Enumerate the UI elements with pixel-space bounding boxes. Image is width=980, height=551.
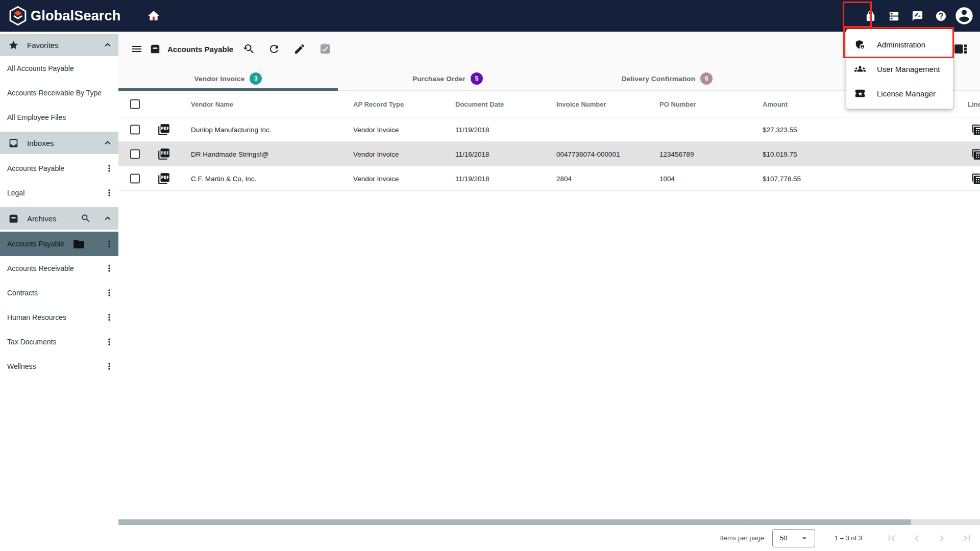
line-items-icon[interactable] <box>970 172 980 185</box>
chevron-left-icon <box>911 532 923 544</box>
page-range-label: 1 – 3 of 3 <box>835 534 862 542</box>
menu-button[interactable] <box>128 40 146 58</box>
feedback-icon <box>912 10 923 22</box>
cell-vendor-name: DR Handmade Strings!@ <box>191 150 269 158</box>
edit-pencil-icon <box>293 43 306 55</box>
sidebar-item-accounts-receivable-by-type[interactable]: Accounts Receivable By Type <box>0 81 118 105</box>
refine-search-button[interactable] <box>239 40 258 58</box>
lock-icon <box>865 10 876 22</box>
menu-item-license-manager[interactable]: License Manager <box>846 81 953 106</box>
more-options-icon[interactable] <box>104 188 114 198</box>
archive-box-icon <box>8 213 19 224</box>
favorites-section-title: Favorites <box>27 41 102 49</box>
archive-title: Accounts Payable <box>167 45 233 54</box>
column-header-vendor-name[interactable]: Vendor Name <box>191 100 233 108</box>
pdf-document-icon[interactable] <box>157 172 170 185</box>
inboxes-section-header[interactable]: Inboxes <box>0 132 118 154</box>
app-logo[interactable]: GlobalSearch <box>7 5 120 27</box>
home-button[interactable] <box>146 8 161 23</box>
cell-amount: $27,323.55 <box>763 126 797 133</box>
archives-section-header[interactable]: Archives <box>0 207 118 230</box>
archive-item-accounts-receivable[interactable]: Accounts Receivable <box>0 256 118 281</box>
more-options-icon[interactable] <box>104 361 114 371</box>
refresh-button[interactable] <box>265 40 283 58</box>
groups-icon <box>854 63 866 74</box>
cell-document-date: 11/19/2018 <box>455 126 489 133</box>
archive-item-human-resources[interactable]: Human Resources <box>0 305 118 330</box>
row-checkbox[interactable] <box>130 149 140 159</box>
search-icon[interactable] <box>81 213 91 223</box>
archive-item-accounts-payable[interactable]: Accounts Payable <box>0 232 118 256</box>
archive-item-contracts[interactable]: Contracts <box>0 281 118 305</box>
chevron-up-icon[interactable] <box>102 39 113 51</box>
sidebar-item-all-employee-files[interactable]: All Employee Files <box>0 105 118 130</box>
edit-button[interactable] <box>290 40 309 58</box>
inbox-item-accounts-payable[interactable]: Accounts Payable <box>0 156 118 181</box>
last-page-button[interactable] <box>961 532 973 544</box>
select-all-checkbox[interactable] <box>130 99 140 109</box>
main-content: Accounts Payable Vendor Invoice 3 <box>118 32 980 551</box>
column-header-po-number[interactable]: PO Number <box>659 100 696 108</box>
column-header-amount[interactable]: Amount <box>763 100 788 108</box>
more-options-icon[interactable] <box>104 263 114 273</box>
archive-item-tax-documents[interactable]: Tax Documents <box>0 330 118 354</box>
cell-amount: $107,778.55 <box>763 174 801 182</box>
batch-manager-button[interactable] <box>882 4 905 28</box>
account-circle-icon <box>954 6 974 26</box>
home-icon <box>147 9 160 22</box>
menu-item-user-management[interactable]: User Management <box>846 57 953 81</box>
pdf-document-icon[interactable] <box>157 123 170 136</box>
more-options-icon[interactable] <box>104 288 114 298</box>
table-row[interactable]: Dunlop Manufacturing Inc. Vendor Invoice… <box>118 117 980 142</box>
cell-ap-record-type: Vendor Invoice <box>353 174 399 182</box>
app-title: GlobalSearch <box>31 8 120 24</box>
table-row-selected[interactable]: DR Handmade Strings!@ Vendor Invoice 11/… <box>118 142 980 166</box>
cell-vendor-name: C.F. Martin & Co, Inc. <box>191 174 256 182</box>
menu-item-administration[interactable]: Administration <box>846 32 953 57</box>
line-items-icon[interactable] <box>970 147 980 161</box>
tab-delivery-confirmation[interactable]: Delivery Confirmation 6 <box>557 66 777 91</box>
horizontal-scrollbar-track[interactable] <box>118 519 980 525</box>
first-page-button[interactable] <box>886 532 898 544</box>
horizontal-scrollbar-thumb[interactable] <box>118 519 911 525</box>
last-page-icon <box>961 532 973 544</box>
column-header-invoice-number[interactable]: Invoice Number <box>556 100 606 108</box>
hamburger-menu-icon <box>131 43 143 55</box>
toggle-preview-panel-button[interactable] <box>950 40 971 58</box>
table-row[interactable]: C.F. Martin & Co, Inc. Vendor Invoice 11… <box>118 166 980 191</box>
help-icon <box>935 10 947 22</box>
admin-dropdown-menu: Administration User Management License M… <box>846 29 953 109</box>
globalsearch-app: GlobalSearch Favorites <box>0 0 980 551</box>
archive-item-wellness[interactable]: Wellness <box>0 354 118 379</box>
page-size-select[interactable]: 50 <box>772 529 815 547</box>
inbox-item-legal[interactable]: Legal <box>0 181 118 205</box>
feedback-button[interactable] <box>905 4 929 28</box>
validate-button-disabled <box>316 40 334 58</box>
top-nav-bar: GlobalSearch <box>0 0 980 32</box>
help-button[interactable] <box>929 4 952 28</box>
line-items-icon[interactable] <box>970 123 980 136</box>
column-header-ap-record-type[interactable]: AP Record Type <box>353 100 404 108</box>
chevron-up-icon[interactable] <box>102 213 113 224</box>
row-checkbox[interactable] <box>130 173 140 183</box>
previous-page-button[interactable] <box>911 532 923 544</box>
more-options-icon[interactable] <box>104 163 114 173</box>
tab-vendor-invoice[interactable]: Vendor Invoice 3 <box>118 66 338 91</box>
favorites-section-header[interactable]: Favorites <box>0 34 118 56</box>
inboxes-section-title: Inboxes <box>27 139 102 147</box>
column-header-document-date[interactable]: Document Date <box>455 100 504 108</box>
more-options-icon[interactable] <box>104 312 114 322</box>
security-lock-button[interactable] <box>859 4 882 28</box>
pdf-document-icon[interactable] <box>157 147 170 161</box>
more-options-icon[interactable] <box>104 337 114 347</box>
column-header-line-items[interactable]: Line Items <box>968 100 980 108</box>
count-badge: 5 <box>471 72 483 85</box>
more-options-icon[interactable] <box>104 239 114 249</box>
user-avatar-button[interactable] <box>952 4 976 28</box>
chevron-up-icon[interactable] <box>102 137 113 148</box>
tab-purchase-order[interactable]: Purchase Order 5 <box>338 66 557 91</box>
star-icon <box>8 40 19 51</box>
row-checkbox[interactable] <box>130 124 140 134</box>
next-page-button[interactable] <box>936 532 948 544</box>
sidebar-item-all-accounts-payable[interactable]: All Accounts Payable <box>0 56 118 81</box>
